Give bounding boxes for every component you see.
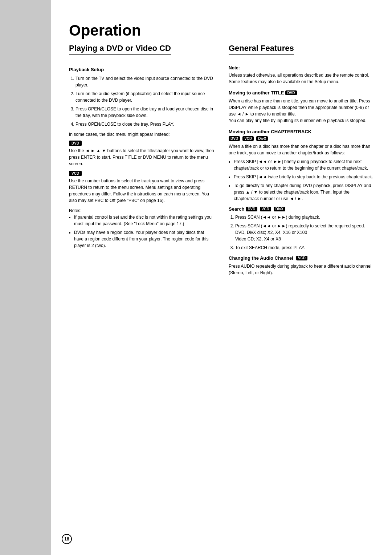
page-number-container: 18 <box>62 534 72 544</box>
note-item-2: DVDs may have a region code. Your player… <box>74 229 214 249</box>
chapter-item-2: Press SKIP |◄◄ twice briefly to step bac… <box>234 174 374 180</box>
moving-chapter-badges: DVD VCD DivX <box>229 136 374 141</box>
moving-title-section: Moving to another TITLE DVD When a disc … <box>229 90 374 124</box>
moving-chapter-list: Press SKIP |◄◄ or ►►| briefly during pla… <box>229 158 374 202</box>
playback-step-2: Turn on the audio system (if applicable)… <box>75 90 214 104</box>
dvd-badge-1: DVD <box>69 141 82 146</box>
playback-steps-list: Turn on the TV and select the video inpu… <box>69 75 214 127</box>
notes-section: Notes: If parental control is set and th… <box>69 207 214 249</box>
audio-channel-text: Press AUDIO repeatedly during playback t… <box>229 263 374 276</box>
note-item-1: If parental control is set and the disc … <box>74 214 214 227</box>
search-section: Search DVD VCD DivX Press SCAN (◄◄ or ►►… <box>229 206 374 251</box>
chapter-divx-badge: DivX <box>256 136 268 141</box>
audio-channel-label: Changing the Audio Channel <box>229 255 293 261</box>
audio-channel-section: Changing the Audio Channel VCD Press AUD… <box>229 255 374 276</box>
section-title-left: Playing a DVD or Video CD <box>69 44 171 55</box>
moving-title-text: When a disc has more than one title, you… <box>229 98 374 124</box>
general-note-label: Note: <box>229 65 374 71</box>
search-step-2: Press SCAN (◄◄ or ►►) repeatedly to sele… <box>235 223 374 242</box>
search-dvd-badge: DVD <box>246 207 257 211</box>
search-steps-list: Press SCAN (◄◄ or ►►) during playback. P… <box>229 214 374 251</box>
vcd-badge-block: VCD <box>69 171 214 176</box>
search-step-1: Press SCAN (◄◄ or ►►) during playback. <box>235 214 374 220</box>
moving-title-dvd-badge: DVD <box>285 90 297 95</box>
audio-channel-vcd-badge: VCD <box>296 256 307 260</box>
chapter-vcd-badge: VCD <box>242 136 254 141</box>
section-title-right: General Features <box>229 44 294 55</box>
right-column: General Features Note: Unless stated oth… <box>229 44 374 280</box>
disc-menu-note: In some cases, the disc menu might appea… <box>69 131 214 138</box>
moving-chapter-label: Moving to another CHAPTER/TRACK <box>229 129 311 134</box>
dvd-badge-block: DVD <box>69 141 214 146</box>
playback-setup-title: Playback Setup <box>69 67 214 72</box>
moving-chapter-text: When a title on a disc has more than one… <box>229 143 374 156</box>
general-note-text: Unless stated otherwise, all operations … <box>229 72 374 85</box>
notes-list: If parental control is set and the disc … <box>69 214 214 249</box>
playback-step-1: Turn on the TV and select the video inpu… <box>75 75 214 88</box>
playback-step-4: Press OPEN/CLOSE to close the tray. Pres… <box>75 121 214 127</box>
left-bar <box>0 0 51 555</box>
vcd-text: Use the number buttons to select the tra… <box>69 178 214 204</box>
notes-label: Notes: <box>69 207 214 214</box>
dvd-text: Use the ◄ ► ▲ ▼ buttons to select the ti… <box>69 147 214 167</box>
left-column: Playing a DVD or Video CD Playback Setup… <box>69 44 214 280</box>
search-label: Search <box>229 206 244 212</box>
search-vcd-badge: VCD <box>260 207 271 211</box>
page-title: Operation <box>69 22 374 39</box>
moving-title-label: Moving to another TITLE <box>229 90 284 96</box>
playback-step-3: Press OPEN/CLOSE to open the disc tray a… <box>75 106 214 119</box>
search-step-3: To exit SEARCH mode, press PLAY. <box>235 244 374 251</box>
moving-chapter-section: Moving to another CHAPTER/TRACK DVD VCD … <box>229 128 374 202</box>
chapter-item-1: Press SKIP |◄◄ or ►►| briefly during pla… <box>234 158 374 171</box>
audio-channel-header: Changing the Audio Channel VCD <box>229 255 374 261</box>
chapter-dvd-badge: DVD <box>229 136 240 141</box>
page-number: 18 <box>62 534 72 544</box>
search-header: Search DVD VCD DivX <box>229 206 374 212</box>
vcd-badge-1: VCD <box>69 171 82 176</box>
search-divx-badge: DivX <box>274 207 285 211</box>
chapter-item-3: To go directly to any chapter during DVD… <box>234 182 374 202</box>
page-container: Operation Playing a DVD or Video CD Play… <box>51 0 392 555</box>
